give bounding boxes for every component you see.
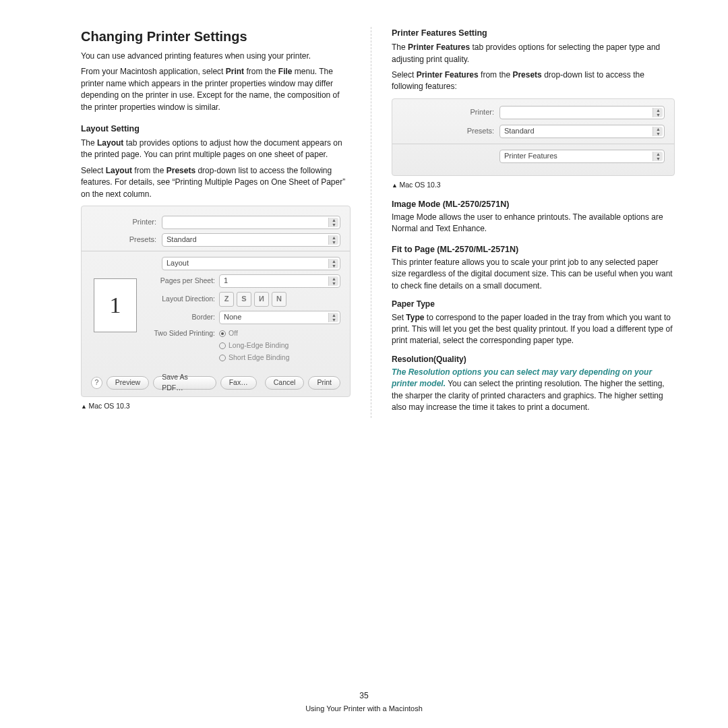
presets-select-2[interactable]: Standard▲▼: [499, 125, 665, 138]
pf-paragraph-1: The Printer Features tab provides option…: [392, 42, 675, 65]
direction-option-1[interactable]: Z: [219, 292, 234, 307]
printer-features-heading: Printer Features Setting: [392, 27, 675, 39]
direction-option-4[interactable]: N: [272, 292, 286, 307]
help-button[interactable]: ?: [91, 377, 102, 389]
printer-label-2: Printer:: [402, 107, 499, 118]
image-mode-heading: Image Mode (ML-2570/2571N): [392, 198, 675, 210]
resolution-body: The Resolution options you can select ma…: [392, 367, 675, 414]
two-sided-off[interactable]: Off: [219, 328, 289, 338]
page-preview-icon: 1: [94, 278, 137, 332]
direction-option-3[interactable]: И: [254, 292, 269, 307]
direction-option-2[interactable]: S: [237, 292, 251, 307]
presets-label: Presets:: [91, 235, 162, 245]
fit-to-page-heading: Fit to Page (ML-2570/ML-2571N): [392, 243, 675, 255]
intro-paragraph: You can use advanced printing features w…: [81, 51, 351, 62]
print-button[interactable]: Print: [308, 376, 340, 390]
page-footer: 35 Using Your Printer with a Macintosh: [0, 690, 728, 715]
resolution-heading: Resolution(Quality): [392, 354, 675, 365]
presets-select[interactable]: Standard▲▼: [162, 233, 340, 247]
presets-label-2: Presets:: [402, 126, 499, 137]
layout-paragraph-2: Select Layout from the Presets drop-down…: [81, 165, 351, 200]
dialog-caption-left: Mac OS 10.3: [81, 401, 351, 411]
printer-select[interactable]: ▲▼: [162, 216, 340, 229]
section-select-2[interactable]: Printer Features▲▼: [499, 150, 665, 163]
right-column: Printer Features Setting The Printer Fea…: [392, 27, 675, 418]
intro-paragraph-2: From your Macintosh application, select …: [81, 66, 351, 113]
fit-to-page-body: This printer feature allows you to scale…: [392, 257, 675, 292]
save-pdf-button[interactable]: Save As PDF…: [153, 376, 216, 390]
paper-type-heading: Paper Type: [392, 299, 675, 310]
two-sided-long[interactable]: Long-Edge Binding: [219, 340, 289, 351]
column-divider: [371, 27, 371, 418]
fax-button[interactable]: Fax…: [220, 376, 257, 390]
printer-label: Printer:: [91, 217, 162, 228]
left-column: Changing Printer Settings You can use ad…: [81, 27, 351, 418]
layout-setting-heading: Layout Setting: [81, 123, 351, 135]
two-sided-label: Two Sided Printing:: [146, 328, 219, 338]
pages-per-sheet-select[interactable]: 1▲▼: [219, 274, 340, 288]
paper-type-body: Set Type to correspond to the paper load…: [392, 312, 675, 347]
layout-direction-label: Layout Direction:: [146, 294, 219, 304]
border-select[interactable]: None▲▼: [219, 311, 340, 324]
chapter-title: Using Your Printer with a Macintosh: [305, 704, 423, 712]
section-select[interactable]: Layout▲▼: [162, 257, 340, 270]
page-number: 35: [0, 690, 728, 702]
pf-paragraph-2: Select Printer Features from the Presets…: [392, 69, 675, 93]
cancel-button[interactable]: Cancel: [265, 376, 305, 390]
dialog-caption-right: Mac OS 10.3: [392, 180, 675, 190]
print-dialog-layout: Printer: ▲▼ Presets: Standard▲▼ Layout▲▼…: [81, 206, 351, 397]
two-sided-short[interactable]: Short Edge Binding: [219, 353, 289, 363]
image-mode-body: Image Mode allows the user to enhance pr…: [392, 212, 675, 235]
pages-per-sheet-label: Pages per Sheet:: [146, 276, 219, 286]
print-dialog-features: Printer: ▲▼ Presets: Standard▲▼ Printer …: [392, 98, 675, 176]
preview-button[interactable]: Preview: [107, 376, 149, 390]
page-title: Changing Printer Settings: [81, 27, 351, 47]
border-label: Border:: [146, 312, 219, 322]
layout-paragraph-1: The Layout tab provides options to adjus…: [81, 138, 351, 161]
printer-select-2[interactable]: ▲▼: [499, 106, 665, 119]
